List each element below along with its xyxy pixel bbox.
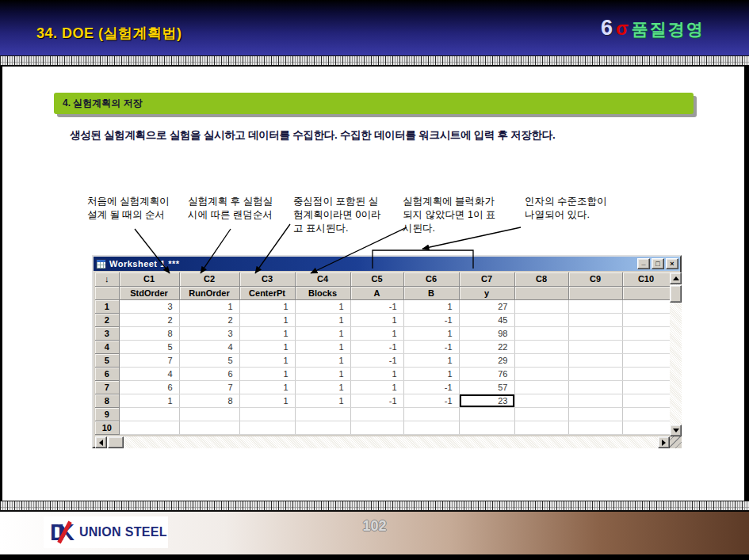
row-header-10[interactable]: 10: [95, 421, 119, 434]
worksheet-cell[interactable]: 1: [295, 380, 350, 394]
worksheet-cell[interactable]: [119, 421, 179, 434]
worksheet-cell[interactable]: [459, 407, 514, 421]
horizontal-scrollbar[interactable]: [95, 436, 670, 448]
worksheet-cell[interactable]: 1: [239, 299, 295, 313]
worksheet-cell[interactable]: [568, 299, 622, 313]
column-name-cell[interactable]: y: [459, 286, 514, 299]
worksheet-cell[interactable]: -1: [403, 394, 459, 407]
worksheet-cell[interactable]: [514, 299, 568, 313]
minimize-button[interactable]: _: [637, 258, 650, 269]
worksheet-cell[interactable]: [179, 407, 239, 421]
column-name-cell[interactable]: StdOrder: [119, 286, 179, 299]
selected-cell[interactable]: 23: [459, 394, 514, 407]
name-row-header[interactable]: [95, 286, 119, 299]
worksheet-cell[interactable]: -1: [403, 340, 459, 353]
worksheet-cell[interactable]: 1: [403, 367, 459, 380]
column-header-c5[interactable]: C5: [350, 272, 403, 286]
worksheet-cell[interactable]: 8: [179, 394, 239, 407]
vertical-scroll-thumb[interactable]: [670, 285, 682, 303]
grid-corner-cell[interactable]: ↓: [95, 272, 119, 286]
worksheet-cell[interactable]: 1: [350, 326, 403, 340]
worksheet-cell[interactable]: 1: [350, 380, 403, 394]
worksheet-cell[interactable]: [514, 421, 568, 434]
worksheet-cell[interactable]: 1: [295, 353, 350, 367]
worksheet-cell[interactable]: 6: [179, 367, 239, 380]
column-name-cell[interactable]: RunOrder: [179, 286, 239, 299]
worksheet-cell[interactable]: [622, 380, 670, 394]
worksheet-cell[interactable]: 1: [119, 394, 179, 407]
worksheet-cell[interactable]: [459, 421, 514, 434]
worksheet-cell[interactable]: [350, 407, 403, 421]
worksheet-cell[interactable]: [514, 326, 568, 340]
worksheet-cell[interactable]: 1: [403, 299, 459, 313]
resize-grip[interactable]: [670, 436, 682, 448]
worksheet-cell[interactable]: 57: [459, 380, 514, 394]
worksheet-cell[interactable]: 1: [239, 367, 295, 380]
worksheet-cell[interactable]: 7: [119, 353, 179, 367]
worksheet-cell[interactable]: [514, 367, 568, 380]
horizontal-scroll-thumb[interactable]: [108, 436, 124, 448]
worksheet-cell[interactable]: -1: [403, 380, 459, 394]
worksheet-cell[interactable]: [295, 421, 350, 434]
worksheet-cell[interactable]: -1: [350, 353, 403, 367]
worksheet-titlebar[interactable]: Worksheet 1 *** _ □ ×: [94, 257, 680, 271]
worksheet-cell[interactable]: [622, 421, 670, 434]
worksheet-cell[interactable]: [179, 421, 239, 434]
column-name-cell[interactable]: [568, 286, 622, 299]
scroll-down-button[interactable]: [670, 425, 682, 436]
worksheet-cell[interactable]: 5: [119, 340, 179, 353]
worksheet-cell[interactable]: [622, 407, 670, 421]
worksheet-cell[interactable]: -1: [350, 394, 403, 407]
worksheet-cell[interactable]: [119, 407, 179, 421]
worksheet-cell[interactable]: [622, 299, 670, 313]
scroll-left-button[interactable]: [95, 436, 107, 448]
worksheet-cell[interactable]: -1: [350, 299, 403, 313]
worksheet-cell[interactable]: [622, 313, 670, 326]
worksheet-cell[interactable]: 76: [459, 367, 514, 380]
worksheet-cell[interactable]: 1: [239, 394, 295, 407]
worksheet-cell[interactable]: 98: [459, 326, 514, 340]
close-button[interactable]: ×: [666, 258, 678, 269]
worksheet-cell[interactable]: [514, 407, 568, 421]
column-header-c2[interactable]: C2: [179, 272, 239, 286]
worksheet-cell[interactable]: [403, 407, 459, 421]
worksheet-cell[interactable]: 2: [119, 313, 179, 326]
row-header-8[interactable]: 8: [95, 394, 119, 407]
column-header-c1[interactable]: C1: [119, 272, 179, 286]
worksheet-cell[interactable]: 1: [295, 394, 350, 407]
worksheet-cell[interactable]: 1: [295, 313, 350, 326]
worksheet-cell[interactable]: [514, 380, 568, 394]
worksheet-cell[interactable]: 4: [179, 340, 239, 353]
worksheet-cell[interactable]: 3: [119, 299, 179, 313]
worksheet-cell[interactable]: [622, 367, 670, 380]
worksheet-cell[interactable]: [350, 421, 403, 434]
scroll-up-button[interactable]: [670, 272, 682, 284]
row-header-2[interactable]: 2: [95, 313, 119, 326]
worksheet-cell[interactable]: 45: [459, 313, 514, 326]
worksheet-cell[interactable]: [568, 407, 622, 421]
worksheet-cell[interactable]: [568, 380, 622, 394]
column-header-c10[interactable]: C10: [622, 272, 670, 286]
worksheet-cell[interactable]: [568, 394, 622, 407]
worksheet-cell[interactable]: 27: [459, 299, 514, 313]
worksheet-cell[interactable]: [568, 326, 622, 340]
worksheet-cell[interactable]: 1: [179, 299, 239, 313]
column-header-c9[interactable]: C9: [568, 272, 622, 286]
column-header-c6[interactable]: C6: [403, 272, 459, 286]
column-name-cell[interactable]: Blocks: [295, 286, 350, 299]
worksheet-cell[interactable]: 29: [459, 353, 514, 367]
worksheet-cell[interactable]: 1: [239, 340, 295, 353]
worksheet-cell[interactable]: [568, 313, 622, 326]
column-header-c3[interactable]: C3: [239, 272, 295, 286]
worksheet-cell[interactable]: [295, 407, 350, 421]
worksheet-cell[interactable]: 4: [119, 367, 179, 380]
worksheet-cell[interactable]: 1: [239, 313, 295, 326]
worksheet-cell[interactable]: 1: [350, 313, 403, 326]
worksheet-cell[interactable]: [514, 340, 568, 353]
worksheet-cell[interactable]: [622, 340, 670, 353]
worksheet-cell[interactable]: [622, 353, 670, 367]
worksheet-cell[interactable]: 1: [239, 326, 295, 340]
worksheet-cell[interactable]: 22: [459, 340, 514, 353]
column-header-c8[interactable]: C8: [514, 272, 568, 286]
worksheet-cell[interactable]: 1: [403, 326, 459, 340]
